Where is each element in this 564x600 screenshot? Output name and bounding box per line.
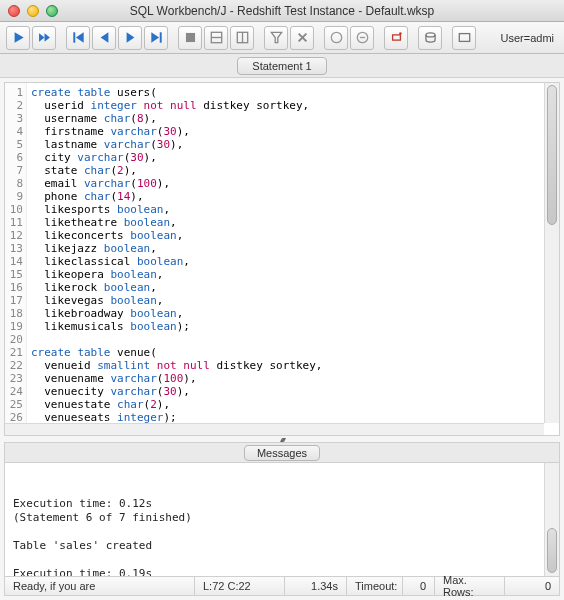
rollback-button[interactable] [230, 26, 254, 50]
code-line[interactable] [31, 333, 322, 346]
code-line[interactable]: likeopera boolean, [31, 268, 322, 281]
gutter-line: 21 [5, 346, 23, 359]
code-line[interactable]: likebroadway boolean, [31, 307, 322, 320]
execute-all-button[interactable] [32, 26, 56, 50]
editor-scrollbar-horizontal[interactable] [5, 423, 544, 435]
code-line[interactable]: likevegas boolean, [31, 294, 322, 307]
window-controls [8, 5, 58, 17]
gutter-line: 14 [5, 255, 23, 268]
code-line[interactable]: liketheatre boolean, [31, 216, 322, 229]
code-line[interactable]: venueid smallint not null distkey sortke… [31, 359, 322, 372]
code-line[interactable]: likeclassical boolean, [31, 255, 322, 268]
new-tab-button[interactable] [452, 26, 476, 50]
gutter-line: 11 [5, 216, 23, 229]
svg-marker-5 [100, 32, 108, 42]
statusbar: Ready, if you are L:72 C:22 1.34s Timeou… [4, 576, 560, 596]
code-line[interactable]: email varchar(100), [31, 177, 322, 190]
clear-filter-button[interactable] [290, 26, 314, 50]
code-line[interactable]: create table venue( [31, 346, 322, 359]
code-line[interactable]: lastname varchar(30), [31, 138, 322, 151]
svg-marker-4 [75, 32, 83, 42]
gutter-line: 23 [5, 372, 23, 385]
gutter-line: 8 [5, 177, 23, 190]
gutter-line: 5 [5, 138, 23, 151]
code-line[interactable]: venuename varchar(100), [31, 372, 322, 385]
gutter-line: 1 [5, 86, 23, 99]
next-button[interactable] [118, 26, 142, 50]
gutter-line: 26 [5, 411, 23, 423]
user-label: User=admi [501, 32, 559, 44]
code-line[interactable]: venuecity varchar(30), [31, 385, 322, 398]
gutter-line: 10 [5, 203, 23, 216]
code-line[interactable]: phone char(14), [31, 190, 322, 203]
gutter-line: 4 [5, 125, 23, 138]
prev-button[interactable] [92, 26, 116, 50]
disconnect-button[interactable] [384, 26, 408, 50]
svg-marker-7 [151, 32, 159, 42]
line-gutter: 1234567891011121314151617181920212223242… [5, 83, 27, 423]
execute-button[interactable] [6, 26, 30, 50]
db-explorer-button[interactable] [418, 26, 442, 50]
svg-rect-8 [159, 32, 161, 42]
titlebar: SQL Workbench/J - Redshift Test Instance… [0, 0, 564, 22]
toolbar: User=admi [0, 22, 564, 54]
delete-row-button[interactable] [350, 26, 374, 50]
gutter-line: 22 [5, 359, 23, 372]
editor-scrollbar-vertical[interactable] [544, 83, 559, 423]
zoom-window-button[interactable] [46, 5, 58, 17]
messages-panel: Messages Execution time: 0.12s (Statemen… [4, 442, 560, 578]
messages-scrollbar-vertical[interactable] [544, 463, 559, 577]
svg-marker-1 [39, 33, 44, 42]
code-line[interactable]: create table users( [31, 86, 322, 99]
code-line[interactable]: venueseats integer); [31, 411, 322, 423]
code-area[interactable]: create table users( userid integer not n… [27, 83, 326, 423]
minimize-window-button[interactable] [27, 5, 39, 17]
svg-marker-14 [271, 32, 281, 42]
gutter-line: 25 [5, 398, 23, 411]
commit-button[interactable] [204, 26, 228, 50]
code-line[interactable]: likesports boolean, [31, 203, 322, 216]
gutter-line: 15 [5, 268, 23, 281]
gutter-line: 9 [5, 190, 23, 203]
status-timeout-value[interactable]: 0 [403, 577, 435, 595]
scrollbar-thumb[interactable] [547, 85, 557, 225]
stop-button[interactable] [178, 26, 202, 50]
sql-editor[interactable]: 1234567891011121314151617181920212223242… [4, 82, 560, 436]
code-line[interactable]: city varchar(30), [31, 151, 322, 164]
svg-marker-2 [44, 33, 49, 42]
svg-marker-6 [126, 32, 134, 42]
gutter-line: 20 [5, 333, 23, 346]
status-cursor: L:72 C:22 [195, 577, 285, 595]
status-ready: Ready, if you are [5, 577, 195, 595]
code-line[interactable]: likerock boolean, [31, 281, 322, 294]
filter-button[interactable] [264, 26, 288, 50]
status-maxrows-label: Max. Rows: [435, 577, 505, 595]
window-title: SQL Workbench/J - Redshift Test Instance… [0, 4, 564, 18]
code-line[interactable]: state char(2), [31, 164, 322, 177]
status-maxrows-value[interactable]: 0 [505, 577, 559, 595]
status-time: 1.34s [285, 577, 347, 595]
code-line[interactable]: userid integer not null distkey sortkey, [31, 99, 322, 112]
tab-messages[interactable]: Messages [244, 445, 320, 461]
gutter-line: 19 [5, 320, 23, 333]
code-line[interactable]: venuestate char(2), [31, 398, 322, 411]
code-line[interactable]: likejazz boolean, [31, 242, 322, 255]
messages-body[interactable]: Execution time: 0.12s (Statement 6 of 7 … [5, 463, 559, 577]
code-line[interactable]: username char(8), [31, 112, 322, 125]
first-button[interactable] [66, 26, 90, 50]
gutter-line: 12 [5, 229, 23, 242]
svg-rect-23 [459, 34, 469, 42]
scrollbar-thumb[interactable] [547, 528, 557, 573]
tab-statement-1[interactable]: Statement 1 [237, 57, 326, 75]
svg-marker-0 [14, 32, 23, 42]
last-button[interactable] [144, 26, 168, 50]
close-window-button[interactable] [8, 5, 20, 17]
svg-rect-20 [392, 35, 400, 40]
code-line[interactable]: likemusicals boolean); [31, 320, 322, 333]
add-row-button[interactable] [324, 26, 348, 50]
code-line[interactable]: likeconcerts boolean, [31, 229, 322, 242]
svg-rect-9 [185, 33, 194, 42]
statement-tabs: Statement 1 [0, 54, 564, 78]
code-line[interactable]: firstname varchar(30), [31, 125, 322, 138]
gutter-line: 7 [5, 164, 23, 177]
